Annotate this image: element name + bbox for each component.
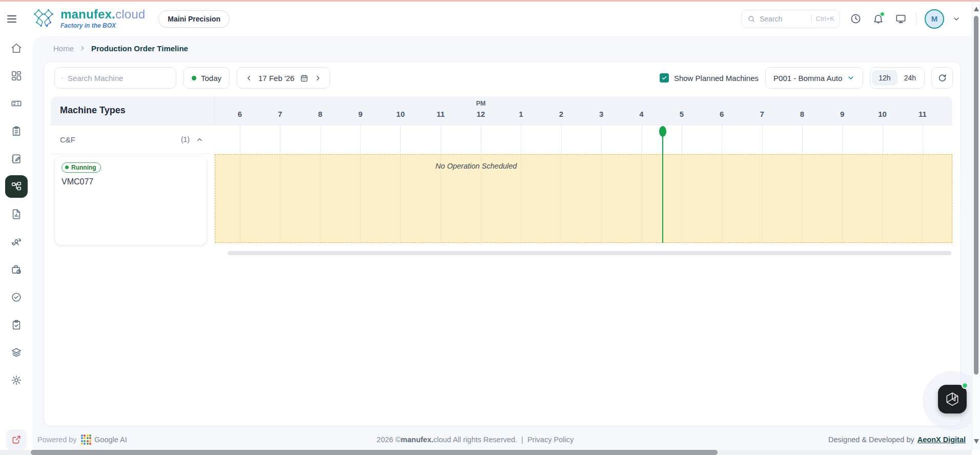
user-menu-button[interactable] — [952, 15, 961, 23]
hour-gridline — [400, 125, 401, 154]
horizontal-scrollbar-thumb[interactable] — [31, 450, 718, 455]
horizontal-scrollbar[interactable] — [0, 450, 972, 455]
hour-format-toggle: 12h 24h — [870, 67, 925, 89]
hour-tick-label: 10 — [396, 110, 405, 118]
privacy-policy-link[interactable]: Privacy Policy — [527, 436, 574, 444]
tenant-badge[interactable]: Maini Precision — [158, 10, 230, 28]
page-title: Production Order Timeline — [91, 44, 188, 53]
global-search-input[interactable] — [760, 15, 807, 23]
breadcrumb-home[interactable]: Home — [53, 44, 74, 53]
vertical-scrollbar-thumb[interactable] — [974, 16, 978, 375]
hour-gridline — [922, 155, 923, 242]
hour-gridline — [521, 155, 521, 242]
timeline-horizontal-scrollbar[interactable] — [228, 251, 951, 255]
today-button[interactable]: Today — [183, 67, 230, 89]
sidebar-item-settings[interactable] — [5, 369, 28, 391]
hour-gridline — [842, 155, 843, 242]
sidebar-item-notebook-pen[interactable] — [5, 148, 28, 170]
hour-gridline — [681, 155, 682, 242]
sidebar-item-bag-clock[interactable] — [5, 258, 28, 281]
sidebar-item-workflow[interactable] — [5, 175, 28, 198]
notebook-pen-icon — [11, 153, 22, 164]
hour-tick-label: 11 — [918, 110, 927, 118]
footer-credit: Designed & Developed by AeonX Digital — [828, 429, 966, 450]
scroll-up-arrow-icon[interactable] — [974, 7, 979, 11]
machine-card[interactable]: Running VMC077 — [55, 157, 207, 245]
menu-toggle-button[interactable] — [7, 11, 23, 27]
plant-select[interactable]: P001 - Bomma Auto — [765, 67, 863, 89]
page-footer: Powered by Google AI 2026 © manufex.clou… — [32, 429, 972, 450]
hour-tick-label: 4 — [639, 110, 643, 118]
calendar-button[interactable] — [300, 74, 309, 82]
hour-gridline — [762, 155, 762, 242]
sidebar-item-user-sync[interactable] — [5, 231, 28, 253]
hour-gridline — [481, 155, 481, 242]
brand-name: manufex.cloud — [60, 8, 145, 20]
machine-search[interactable] — [54, 67, 176, 89]
user-avatar[interactable]: M — [925, 9, 944, 29]
sidebar-item-home[interactable] — [5, 37, 28, 59]
hour-gridline — [842, 125, 843, 154]
clock-icon — [850, 13, 862, 25]
no-operation-slot[interactable]: No Operation Scheduled — [215, 154, 952, 243]
hour-tick-label: 7 — [760, 110, 764, 118]
hour-tick-label: 2 — [559, 110, 563, 118]
timeline-toolbar: Today 17 Feb '26 — [54, 67, 953, 89]
hour-gridline — [601, 155, 602, 242]
date-label[interactable]: 17 Feb '26 — [258, 74, 294, 82]
sidebar-item-file-chart[interactable] — [5, 203, 28, 225]
checkbox-checked-icon — [660, 73, 669, 82]
hour-gridline — [883, 125, 883, 154]
google-ai-icon — [81, 435, 92, 445]
history-button[interactable] — [848, 12, 863, 26]
global-search[interactable]: Ctrl+K — [742, 10, 840, 28]
search-shortcut: Ctrl+K — [811, 15, 834, 23]
app-header: manufex.cloud Factory in the BOX Maini P… — [0, 2, 972, 36]
machine-types-header: Machine Types — [51, 96, 215, 125]
hour-gridline — [481, 125, 481, 154]
hour-gridline — [360, 155, 361, 242]
next-day-button[interactable] — [314, 74, 322, 82]
breadcrumb: Home Production Order Timeline — [53, 41, 188, 55]
hour-gridline — [240, 125, 240, 154]
external-link-button[interactable] — [6, 429, 27, 450]
show-planned-machines-toggle[interactable]: Show Planned Machines — [660, 73, 759, 82]
sidebar-item-check-circle[interactable] — [5, 286, 28, 308]
hour-gridline — [441, 125, 441, 154]
prev-day-button[interactable] — [245, 74, 253, 82]
assistant-button[interactable] — [938, 385, 967, 413]
today-dot — [192, 76, 196, 80]
vertical-scrollbar[interactable] — [972, 2, 980, 450]
display-button[interactable] — [893, 12, 908, 26]
hour-gridline — [682, 125, 682, 154]
status-dot-icon — [65, 166, 69, 169]
hour-format-24h[interactable]: 24h — [897, 70, 923, 86]
chevron-up-icon[interactable] — [196, 136, 203, 143]
hour-gridline — [440, 155, 441, 242]
sidebar-item-ticket[interactable] — [5, 92, 28, 115]
hour-gridline — [601, 125, 602, 154]
sidebar-item-clipboard-check[interactable] — [5, 314, 28, 336]
notifications-button[interactable] — [871, 12, 885, 26]
meridiem-label: PM — [476, 100, 486, 107]
hour-tick-label: 12 — [477, 110, 485, 118]
aeonx-digital-link[interactable]: AeonX Digital — [917, 436, 966, 444]
machine-group-row[interactable]: C&F (1) — [51, 125, 211, 154]
scroll-down-arrow-icon[interactable] — [974, 439, 979, 444]
chevron-down-icon — [952, 15, 961, 23]
hour-tick-label: 3 — [599, 110, 603, 118]
hour-tick-label: 6 — [238, 110, 242, 118]
sidebar-item-dashboard[interactable] — [5, 65, 28, 87]
refresh-button[interactable] — [931, 67, 953, 89]
sidebar-item-clipboard-list[interactable] — [5, 120, 28, 142]
hour-gridline — [320, 125, 321, 154]
refresh-icon — [937, 73, 947, 83]
hour-gridline — [280, 155, 280, 242]
machine-search-input[interactable] — [68, 74, 170, 82]
group-header-strip — [215, 125, 952, 154]
settings-icon — [11, 375, 22, 386]
user-sync-icon — [11, 236, 22, 247]
file-chart-icon — [11, 209, 22, 220]
sidebar-item-layers[interactable] — [5, 341, 28, 364]
hour-format-12h[interactable]: 12h — [872, 70, 897, 86]
